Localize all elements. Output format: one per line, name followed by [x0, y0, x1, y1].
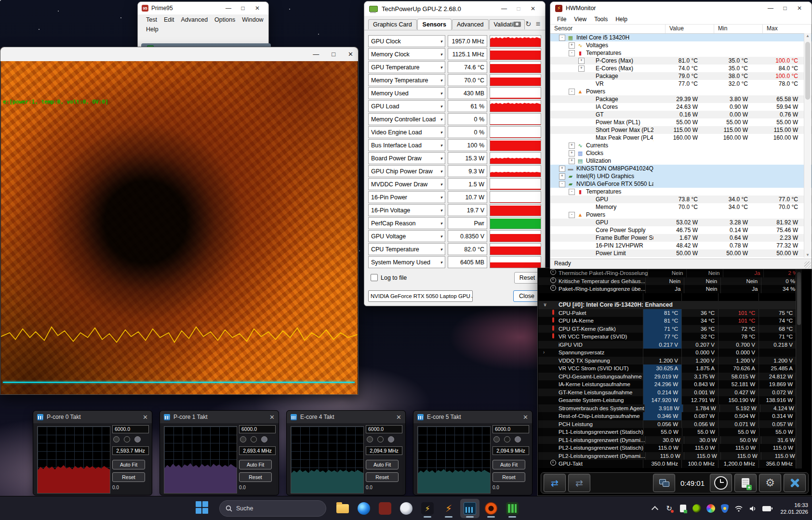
- graph-titlebar[interactable]: P-core 1 Takt ✕: [160, 411, 279, 423]
- hwmonitor-menu-item[interactable]: Tools: [590, 16, 612, 23]
- tree-row[interactable]: + P-Cores (Max) 81.0 °C 35.0 °C 100.0 °C: [550, 57, 812, 65]
- sensor-name-dropdown[interactable]: Memory Temperature ▾: [368, 74, 445, 86]
- clock-button[interactable]: [710, 474, 732, 492]
- scale-radio-1[interactable]: [367, 436, 373, 442]
- hwmonitor-menu-item[interactable]: Help: [612, 16, 631, 23]
- sensor-row[interactable]: [538, 293, 796, 301]
- scale-radio-2[interactable]: [504, 436, 510, 442]
- tray-battery[interactable]: [762, 504, 771, 513]
- gpuz-tab[interactable]: Graphics Card: [368, 19, 417, 29]
- sensor-row[interactable]: Rest-of-Chip-Leistungsaufnahme 0.346 W 0…: [538, 412, 796, 420]
- sensor-row[interactable]: PL2-Leistungsgrenzwert (Statisch) 115.0 …: [538, 444, 796, 452]
- close-icon[interactable]: ✕: [143, 414, 148, 421]
- tree-row[interactable]: IA Cores 24.63 W 0.90 W 59.94 W: [550, 103, 812, 111]
- scale-radio-1[interactable]: [493, 436, 500, 442]
- furmark-titlebar[interactable]: — □ ✕: [0, 47, 358, 61]
- sensor-row[interactable]: GT-Kerne Leistungsaufnahme 0.214 W 0.001…: [538, 389, 796, 397]
- tree-expander[interactable]: +: [569, 150, 575, 156]
- sensor-row[interactable]: CPU GT-Kerne (Grafik) 71 °C 36 °C 72 °C …: [538, 325, 796, 333]
- hwmonitor-menu-item[interactable]: File: [553, 16, 570, 23]
- taskbar-hwinfo[interactable]: ⚡: [439, 499, 458, 518]
- monitors-button[interactable]: [653, 474, 675, 492]
- scale-radio-1[interactable]: [240, 436, 246, 442]
- tree-row[interactable]: GT 0.16 W 0.00 W 0.76 W: [550, 111, 812, 118]
- sensor-row[interactable]: CPU IA-Kerne 81 °C 34 °C 101 °C 74 °C: [538, 317, 796, 325]
- tree-row[interactable]: + ▬ KINGSTON OM8PGP41024Q-AA: [550, 165, 812, 172]
- gpuz-tab[interactable]: Sensors: [417, 19, 452, 30]
- sensor-row[interactable]: PL1-Leistungsgrenzwert (Dynami... 30.0 W…: [538, 436, 796, 444]
- tray-sync[interactable]: ↻: [665, 504, 673, 513]
- maximize-icon[interactable]: □: [778, 5, 792, 12]
- tree-row[interactable]: GPU 73.8 °C 34.0 °C 77.0 °C: [550, 195, 812, 203]
- taskbar-app-gray[interactable]: [397, 499, 416, 518]
- tree-expander[interactable]: -: [559, 35, 565, 41]
- expander-chevron[interactable]: ∨: [543, 301, 549, 309]
- hamburger-icon[interactable]: ≡: [536, 20, 540, 28]
- sensor-row[interactable]: Paket-/Ring-Leistungsgrenze übe... Ja Ne…: [538, 285, 796, 293]
- tree-row[interactable]: + E-Cores (Max) 74.0 °C 35.0 °C 84.0 °C: [550, 65, 812, 72]
- tree-row[interactable]: GPU 53.02 W 3.28 W 81.92 W: [550, 219, 812, 226]
- reset-button[interactable]: Reset: [493, 472, 525, 482]
- prime95-menu-item[interactable]: Options: [211, 15, 239, 24]
- sensor-name-dropdown[interactable]: Video Engine Load ▾: [368, 126, 445, 138]
- reset-button[interactable]: Reset: [112, 472, 145, 482]
- sensor-name-dropdown[interactable]: 16-Pin Voltage ▾: [368, 204, 445, 216]
- minimize-icon[interactable]: —: [313, 51, 319, 58]
- y-max-input[interactable]: 6000.0: [239, 425, 276, 433]
- taskbar-edge[interactable]: [354, 499, 373, 518]
- scrollbar[interactable]: [796, 269, 802, 468]
- close-button[interactable]: Close: [513, 290, 540, 302]
- sensor-row[interactable]: ∨ CPU [#0]: Intel Core i5-13420H: Enhanc…: [538, 301, 796, 309]
- sensor-row[interactable]: Gesamte System-Leistung 147.920 W 12.791…: [538, 396, 796, 404]
- scale-radio-1[interactable]: [113, 436, 120, 442]
- tree-row[interactable]: + ▤ Utilization: [550, 157, 812, 165]
- close-icon[interactable]: ✕: [250, 5, 265, 12]
- tree-expander[interactable]: -: [569, 212, 575, 218]
- sensor-name-dropdown[interactable]: CPU Temperature ▾: [368, 243, 445, 255]
- start-button[interactable]: [193, 499, 213, 518]
- tree-row[interactable]: 16-PIN 12VHPWR 48.42 W 0.78 W 77.32 W: [550, 242, 812, 249]
- tree-row[interactable]: Power Limit 50.00 W 50.00 W 50.00 W: [550, 249, 812, 257]
- tree-expander[interactable]: +: [559, 173, 565, 180]
- gpuz-titlebar[interactable]: TechPowerUp GPU-Z 2.68.0 — □ ✕: [364, 1, 545, 16]
- scale-radio-2[interactable]: [377, 436, 384, 442]
- sensor-row[interactable]: PL1-Leistungsgrenzwert (Statisch) 55.0 W…: [538, 428, 796, 436]
- auto-fit-button[interactable]: Auto Fit: [493, 460, 525, 469]
- scrollbar-thumb[interactable]: [805, 42, 810, 100]
- tree-row[interactable]: Power Max (PL1) 55.00 W 55.00 W 55.00 W: [550, 118, 812, 126]
- sensor-row[interactable]: › Spannungsversatz 0.000 V 0.000 V: [538, 349, 796, 357]
- tree-row[interactable]: Core Power Supply 46.75 W 0.14 W 75.46 W: [550, 226, 812, 234]
- sensor-row[interactable]: iGPU VID 0.217 V 0.207 V 0.700 V 0.218 V: [538, 341, 796, 349]
- auto-fit-button[interactable]: Auto Fit: [112, 460, 145, 469]
- prime95-menu-item[interactable]: Window: [239, 15, 266, 24]
- auto-fit-button[interactable]: Auto Fit: [239, 460, 272, 469]
- expand-columns-button[interactable]: ⇄: [544, 474, 566, 492]
- graph-titlebar[interactable]: E-core 5 Takt ✕: [413, 411, 532, 423]
- scale-radio-3[interactable]: [261, 436, 267, 442]
- sensor-row[interactable]: Stromverbrauch des System Agent 3.918 W …: [538, 404, 796, 413]
- taskbar-hwmonitor[interactable]: ⚡: [418, 499, 437, 518]
- gpuz-tab[interactable]: Advanced: [452, 19, 489, 29]
- tree-expander[interactable]: +: [569, 143, 575, 149]
- sensor-row[interactable]: VDDQ TX Spannung 1.200 V 1.200 V 1.200 V…: [538, 357, 796, 365]
- hwmonitor-titlebar[interactable]: ⚡ HWMonitor — □ ✕: [550, 2, 812, 14]
- column-header-max[interactable]: Max: [763, 25, 812, 33]
- sensor-row[interactable]: PCH Leistung 0.056 W 0.056 W 0.071 W 0.0…: [538, 420, 796, 429]
- scale-radio-3[interactable]: [388, 436, 394, 442]
- sensor-row[interactable]: IA-Kerne Leistungsaufnahme 24.296 W 0.84…: [538, 380, 796, 389]
- sensor-name-dropdown[interactable]: Bus Interface Load ▾: [368, 139, 445, 151]
- tree-row[interactable]: VR 77.0 °C 32.0 °C 78.0 °C: [550, 80, 812, 88]
- maximize-icon[interactable]: □: [332, 51, 335, 58]
- tree-row[interactable]: Frame Buffer Power Sup... 1.67 W 0.64 W …: [550, 234, 812, 242]
- sensor-name-dropdown[interactable]: PerfCap Reason ▾: [368, 217, 445, 229]
- sensor-name-dropdown[interactable]: GPU Temperature ▾: [368, 61, 445, 73]
- tree-row[interactable]: Package 29.39 W 3.80 W 65.58 W: [550, 95, 812, 103]
- tree-row[interactable]: - ▲ Powers: [550, 88, 812, 95]
- tree-row[interactable]: + ∿ Voltages: [550, 41, 812, 49]
- prime95-titlebar[interactable]: 95 Prime95 — □ ✕: [138, 2, 268, 14]
- hwmonitor-menu-item[interactable]: View: [570, 16, 590, 23]
- column-header-sensor[interactable]: Sensor: [550, 25, 666, 33]
- tree-expander[interactable]: +: [569, 42, 575, 49]
- sensor-name-dropdown[interactable]: System Memory Used ▾: [368, 256, 445, 268]
- minimize-icon[interactable]: —: [221, 5, 236, 12]
